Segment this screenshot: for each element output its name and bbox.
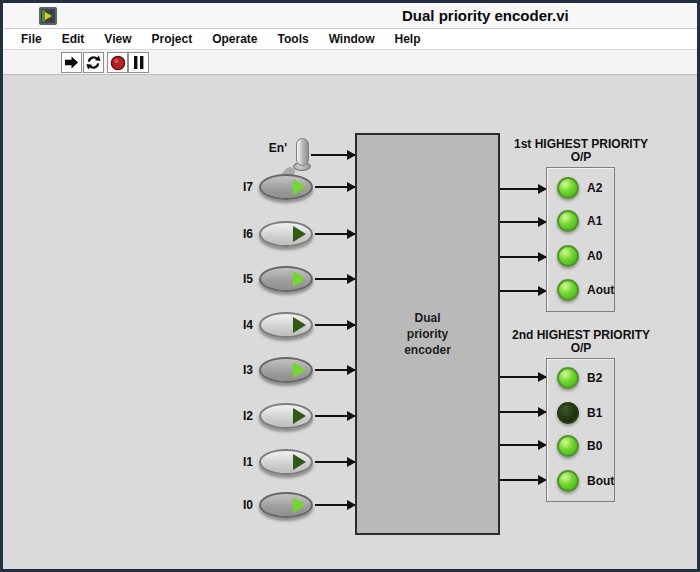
- input-button-i1[interactable]: [259, 449, 313, 475]
- input-label-i6: I6: [235, 227, 253, 241]
- led-label-a2: A2: [587, 181, 602, 195]
- wire-arrow: [315, 369, 355, 371]
- led-b1: [557, 402, 579, 424]
- pause-button[interactable]: [128, 52, 149, 73]
- run-arrow-icon: [64, 55, 79, 70]
- input-label-i1: I1: [235, 455, 253, 469]
- input-button-i7[interactable]: [259, 174, 313, 200]
- wire-arrow: [500, 290, 546, 292]
- led-b2: [557, 367, 579, 389]
- wire-arrow: [315, 461, 355, 463]
- run-continuously-button[interactable]: [83, 52, 104, 73]
- led-label-a0: A0: [587, 249, 602, 263]
- menu-file[interactable]: File: [11, 32, 52, 46]
- wire-arrow: [500, 376, 546, 378]
- led-a1: [557, 210, 579, 232]
- group-b-heading: 2nd HIGHEST PRIORITY O/P: [501, 329, 661, 355]
- input-label-i0: I0: [235, 498, 253, 512]
- abort-icon: [110, 55, 126, 71]
- led-bout: [557, 470, 579, 492]
- led-label-b1: B1: [587, 406, 602, 420]
- run-continuously-icon: [86, 55, 101, 70]
- wire-arrow: [500, 411, 546, 413]
- led-label-aout: Aout: [587, 283, 614, 297]
- wire-arrow: [311, 154, 355, 156]
- group-b-box: B2 B1 B0 Bout: [546, 358, 615, 502]
- menu-tools[interactable]: Tools: [268, 32, 319, 46]
- input-button-i0[interactable]: [259, 492, 313, 518]
- group-a-heading: 1st HIGHEST PRIORITY O/P: [501, 138, 661, 164]
- wire-arrow: [315, 186, 355, 188]
- input-label-i2: I2: [235, 409, 253, 423]
- led-a0: [557, 245, 579, 267]
- wire-arrow: [500, 221, 546, 223]
- input-button-i6[interactable]: [259, 221, 313, 247]
- toolbar: [3, 50, 697, 75]
- input-button-i4[interactable]: [259, 312, 313, 338]
- wire-arrow: [315, 278, 355, 280]
- wire-arrow: [500, 479, 546, 481]
- input-label-i4: I4: [235, 318, 253, 332]
- menu-view[interactable]: View: [94, 32, 141, 46]
- wire-arrow: [500, 188, 546, 190]
- run-button[interactable]: [61, 52, 82, 73]
- led-label-b0: B0: [587, 439, 602, 453]
- encoder-block-label: Dual priority encoder: [404, 310, 451, 358]
- input-label-i3: I3: [235, 363, 253, 377]
- enable-toggle-switch[interactable]: [296, 138, 309, 166]
- input-label-i7: I7: [235, 180, 253, 194]
- wire-arrow: [315, 233, 355, 235]
- labview-vi-icon[interactable]: [39, 7, 57, 25]
- abort-button[interactable]: [107, 52, 128, 73]
- menu-bar: File Edit View Project Operate Tools Win…: [3, 29, 697, 50]
- group-b-subtitle: O/P: [501, 342, 661, 355]
- title-bar: Dual priority encoder.vi: [3, 3, 697, 29]
- led-aout: [557, 279, 579, 301]
- menu-edit[interactable]: Edit: [52, 32, 95, 46]
- encoder-block: Dual priority encoder: [355, 133, 500, 535]
- input-button-i2[interactable]: [259, 403, 313, 429]
- enable-label: En': [259, 141, 287, 155]
- led-b0: [557, 435, 579, 457]
- wire-arrow: [315, 504, 355, 506]
- led-label-bout: Bout: [587, 474, 614, 488]
- input-button-i3[interactable]: [259, 357, 313, 383]
- led-label-a1: A1: [587, 214, 602, 228]
- led-label-b2: B2: [587, 371, 602, 385]
- input-button-i5[interactable]: [259, 266, 313, 292]
- group-a-subtitle: O/P: [501, 151, 661, 164]
- group-a-box: A2 A1 A0 Aout: [546, 167, 615, 312]
- wire-arrow: [500, 444, 546, 446]
- window-title: Dual priority encoder.vi: [402, 7, 569, 24]
- led-a2: [557, 177, 579, 199]
- input-label-i5: I5: [235, 272, 253, 286]
- front-panel: En' I7 I6 I5 I4 I3 I2 I1 I0 Dual prior: [3, 75, 697, 569]
- menu-operate[interactable]: Operate: [202, 32, 267, 46]
- pause-icon: [133, 56, 145, 69]
- menu-project[interactable]: Project: [141, 32, 202, 46]
- wire-arrow: [500, 256, 546, 258]
- wire-arrow: [315, 324, 355, 326]
- menu-help[interactable]: Help: [385, 32, 431, 46]
- vi-window: Dual priority encoder.vi File Edit View …: [0, 0, 700, 572]
- menu-window[interactable]: Window: [319, 32, 385, 46]
- wire-arrow: [315, 415, 355, 417]
